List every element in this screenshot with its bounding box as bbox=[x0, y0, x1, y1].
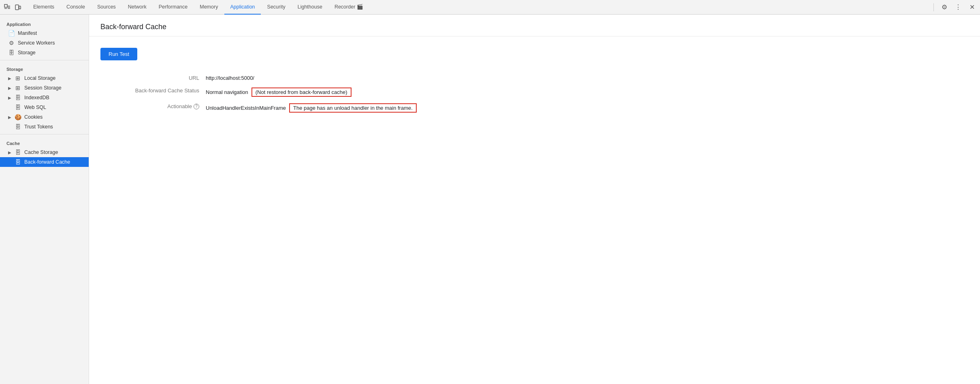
sidebar-item-cache-storage-label: Cache Storage bbox=[24, 149, 58, 155]
expand-icon: ▶ bbox=[8, 150, 11, 155]
service-workers-icon: ⚙ bbox=[8, 40, 15, 46]
help-icon[interactable]: ? bbox=[194, 104, 199, 109]
content-header: Back-forward Cache bbox=[89, 15, 980, 36]
run-test-button[interactable]: Run Test bbox=[100, 48, 137, 60]
actionable-value: UnloadHandlerExistsInMainFrame The page … bbox=[206, 100, 465, 116]
tab-elements[interactable]: Elements bbox=[28, 0, 60, 15]
url-label: URL bbox=[100, 72, 206, 84]
sidebar-item-back-forward-cache[interactable]: 🗄 Back-forward Cache bbox=[0, 157, 89, 167]
actionable-message-box: The page has an unload handler in the ma… bbox=[289, 103, 417, 113]
sidebar-divider-2 bbox=[0, 134, 89, 134]
sidebar-section-storage: Storage bbox=[0, 63, 89, 73]
sidebar-item-cookies[interactable]: ▶ 🍪 Cookies bbox=[0, 112, 89, 122]
sidebar-item-session-storage[interactable]: ▶ ⊞ Session Storage bbox=[0, 83, 89, 93]
sidebar: Application 📄 Manifest ⚙ Service Workers… bbox=[0, 15, 89, 384]
separator bbox=[933, 3, 934, 11]
storage-icon: 🗄 bbox=[8, 49, 15, 56]
tab-bar: Elements Console Sources Network Perform… bbox=[0, 0, 980, 15]
tab-memory[interactable]: Memory bbox=[194, 0, 224, 15]
cache-storage-icon: 🗄 bbox=[15, 149, 21, 156]
sidebar-item-local-storage[interactable]: ▶ ⊞ Local Storage bbox=[0, 73, 89, 83]
settings-icon[interactable]: ⚙ bbox=[940, 2, 949, 12]
expand-icon: ▶ bbox=[8, 86, 11, 90]
tab-lighthouse[interactable]: Lighthouse bbox=[292, 0, 328, 15]
sidebar-item-websql[interactable]: 🗄 Web SQL bbox=[0, 102, 89, 112]
sidebar-item-trust-tokens[interactable]: 🗄 Trust Tokens bbox=[0, 122, 89, 132]
svg-rect-1 bbox=[15, 5, 19, 10]
inspect-icon[interactable] bbox=[3, 3, 11, 11]
main-layout: Application 📄 Manifest ⚙ Service Workers… bbox=[0, 15, 980, 384]
sidebar-item-service-workers-label: Service Workers bbox=[18, 40, 55, 46]
svg-rect-2 bbox=[19, 6, 21, 9]
tab-bar-actions: ⚙ ⋮ ✕ bbox=[932, 2, 977, 12]
manifest-icon: 📄 bbox=[8, 30, 15, 36]
sidebar-item-back-forward-cache-label: Back-forward Cache bbox=[24, 159, 70, 165]
cookies-icon: 🍪 bbox=[15, 114, 21, 120]
indexeddb-icon: 🗄 bbox=[15, 94, 21, 101]
content-body: Run Test URL http://localhost:5000/ Back… bbox=[89, 36, 980, 127]
sidebar-item-websql-label: Web SQL bbox=[24, 105, 46, 110]
close-icon[interactable]: ✕ bbox=[967, 2, 977, 12]
sidebar-item-cache-storage[interactable]: ▶ 🗄 Cache Storage bbox=[0, 147, 89, 157]
content-area: Back-forward Cache Run Test URL http://l… bbox=[89, 15, 980, 384]
tab-network[interactable]: Network bbox=[122, 0, 152, 15]
actionable-key: UnloadHandlerExistsInMainFrame bbox=[206, 105, 286, 111]
tab-performance[interactable]: Performance bbox=[153, 0, 194, 15]
sidebar-item-cookies-label: Cookies bbox=[24, 114, 43, 120]
sidebar-section-cache: Cache bbox=[0, 137, 89, 147]
tab-application[interactable]: Application bbox=[224, 0, 260, 15]
tab-recorder[interactable]: Recorder 🎬 bbox=[329, 0, 369, 15]
tab-sources[interactable]: Sources bbox=[92, 0, 121, 15]
expand-icon: ▶ bbox=[8, 96, 11, 100]
websql-icon: 🗄 bbox=[15, 104, 21, 111]
status-value: Normal navigation (Not restored from bac… bbox=[206, 84, 465, 100]
sidebar-item-indexeddb[interactable]: ▶ 🗄 IndexedDB bbox=[0, 93, 89, 102]
devtools-icons bbox=[3, 3, 22, 11]
sidebar-item-session-storage-label: Session Storage bbox=[24, 85, 62, 91]
info-grid: URL http://localhost:5000/ Back-forward … bbox=[100, 72, 465, 116]
page-title: Back-forward Cache bbox=[100, 23, 969, 31]
device-icon[interactable] bbox=[14, 3, 22, 11]
sidebar-item-manifest[interactable]: 📄 Manifest bbox=[0, 28, 89, 38]
status-note-box: (Not restored from back-forward cache) bbox=[251, 87, 352, 97]
actionable-label: Actionable ? bbox=[100, 100, 206, 116]
sidebar-item-local-storage-label: Local Storage bbox=[24, 75, 55, 81]
back-forward-cache-icon: 🗄 bbox=[15, 159, 21, 165]
local-storage-icon: ⊞ bbox=[15, 75, 21, 81]
sidebar-divider-1 bbox=[0, 60, 89, 60]
url-value: http://localhost:5000/ bbox=[206, 72, 465, 84]
sidebar-item-trust-tokens-label: Trust Tokens bbox=[24, 124, 53, 130]
url-text: http://localhost:5000/ bbox=[206, 75, 254, 81]
actionable-label-text: Actionable bbox=[167, 103, 192, 109]
sidebar-item-manifest-label: Manifest bbox=[18, 30, 37, 36]
session-storage-icon: ⊞ bbox=[15, 85, 21, 91]
expand-icon: ▶ bbox=[8, 76, 11, 81]
sidebar-section-application: Application bbox=[0, 18, 89, 28]
sidebar-item-service-workers[interactable]: ⚙ Service Workers bbox=[0, 38, 89, 48]
status-text: Normal navigation bbox=[206, 89, 248, 95]
tab-security[interactable]: Security bbox=[262, 0, 291, 15]
svg-rect-0 bbox=[4, 4, 7, 7]
trust-tokens-icon: 🗄 bbox=[15, 124, 21, 130]
sidebar-item-storage[interactable]: 🗄 Storage bbox=[0, 48, 89, 58]
more-icon[interactable]: ⋮ bbox=[953, 2, 963, 12]
status-label: Back-forward Cache Status bbox=[100, 84, 206, 100]
sidebar-item-storage-label: Storage bbox=[18, 50, 36, 55]
expand-icon: ▶ bbox=[8, 115, 11, 119]
sidebar-item-indexeddb-label: IndexedDB bbox=[24, 95, 49, 100]
tab-console[interactable]: Console bbox=[61, 0, 91, 15]
